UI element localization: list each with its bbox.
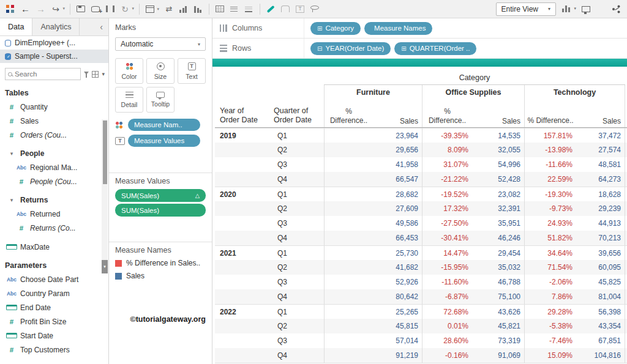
chevron-down-icon[interactable]: ▾ [102,71,105,77]
value-cell[interactable]: -21.22% [422,172,472,187]
mark-button[interactable]: T Text [178,58,206,84]
redo-icon[interactable]: ↪ [51,4,60,15]
value-cell[interactable]: 64,273 [576,172,625,187]
mark-button[interactable]: Size [146,58,175,84]
legend-item[interactable]: Sales [115,272,206,280]
value-cell[interactable]: -15.95% [422,260,472,275]
value-cell[interactable]: 15.09% [524,348,576,363]
value-cell[interactable]: 52,428 [472,172,524,187]
back-icon[interactable]: ← [21,4,30,15]
value-cell[interactable]: 46,246 [472,231,524,245]
value-cell[interactable]: 14.47% [422,246,472,260]
presentation-icon[interactable] [582,6,590,12]
value-cell[interactable]: -11.66% [524,157,576,172]
value-cell[interactable]: 75,100 [472,289,524,304]
view-mode-select[interactable]: Entire View ▾ [496,2,557,16]
value-cell[interactable]: 60,095 [576,260,625,275]
value-cell[interactable] [324,260,373,275]
value-cell[interactable]: 17.32% [422,201,472,216]
parameter-item[interactable]: # Profit Bin Size [0,314,108,329]
shelf-pill[interactable]: ⊞ QUARTER(Order .. [394,42,476,55]
value-cell[interactable]: 35,032 [472,260,524,275]
value-cell[interactable]: 49,586 [373,216,422,231]
shelf-pill[interactable]: ⊟ YEAR(Order Date) [310,42,391,55]
filter-icon[interactable] [84,72,89,75]
value-cell[interactable]: 104,816 [576,348,625,363]
measure-pill[interactable]: SUM(Sales) [115,204,206,217]
datasource-item[interactable]: Sample - Superst... [0,50,108,63]
shelf-pill[interactable]: Measure Values [128,135,200,147]
value-cell[interactable]: 43,354 [576,319,625,333]
value-cell[interactable]: -13.98% [524,143,576,157]
value-cell[interactable]: -0.16% [422,348,472,363]
format-painter-icon[interactable] [281,6,290,12]
value-cell[interactable]: 25,730 [373,246,422,260]
value-cell[interactable]: 29.28% [524,305,576,319]
value-cell[interactable] [324,172,373,187]
field-item[interactable]: Abc Regional Ma... [0,160,108,174]
save-icon[interactable] [77,6,85,12]
parameter-item[interactable]: # Top Customers [0,343,108,357]
legend-item[interactable]: % Difference in Sales.. [115,259,206,267]
share-icon[interactable] [612,5,621,13]
value-cell[interactable]: 70,213 [576,231,625,245]
value-cell[interactable] [324,275,373,289]
pause-updates-icon[interactable] [106,6,115,12]
measure-pill[interactable]: SUM(Sales) △ [115,189,206,202]
pane-tab[interactable]: Data [0,18,32,35]
plus-icon[interactable]: ⊞ [401,45,406,52]
search-input[interactable] [15,70,78,78]
value-cell[interactable]: 73,319 [472,333,524,348]
value-cell[interactable]: -19.30% [524,187,576,201]
plus-icon[interactable]: ⊞ [317,25,322,32]
value-cell[interactable]: 57,014 [373,333,422,348]
field-item[interactable]: ▾ Returns [0,193,108,207]
value-cell[interactable]: 28.60% [422,333,472,348]
value-cell[interactable]: -2.06% [524,275,576,289]
value-cell[interactable]: -9.73% [524,201,576,216]
parameter-item[interactable]: Start Date [0,329,108,343]
value-cell[interactable] [324,231,373,245]
value-cell[interactable]: 54,996 [472,157,524,172]
value-cell[interactable]: 45,821 [472,319,524,333]
value-cell[interactable] [324,289,373,304]
value-cell[interactable]: -19.52% [422,187,472,201]
scrollbar-thumb[interactable] [103,121,107,184]
sort-ascending-icon[interactable] [179,6,188,13]
value-cell[interactable]: 29,656 [373,143,422,157]
annotation-icon[interactable]: T [296,6,304,13]
value-cell[interactable]: 46,788 [472,275,524,289]
field-item[interactable]: # Returns (Co... [0,221,108,235]
value-cell[interactable] [324,216,373,231]
value-cell[interactable]: 66,547 [373,172,422,187]
value-cell[interactable]: 81,004 [576,289,625,304]
value-cell[interactable]: 72.68% [422,305,472,319]
value-cell[interactable]: 157.81% [524,128,576,143]
forward-icon[interactable]: → [36,4,45,15]
field-item[interactable]: ▾ People [0,146,108,160]
shelf-pill[interactable]: Measure Nam.. [128,119,200,131]
tableau-logo-icon[interactable] [6,5,15,13]
value-cell[interactable]: 23,964 [373,128,422,143]
value-cell[interactable]: 18,628 [576,187,625,201]
value-cell[interactable]: 45,825 [576,275,625,289]
value-cell[interactable]: 23,082 [472,187,524,201]
value-cell[interactable]: -11.60% [422,275,472,289]
value-cell[interactable]: 37,472 [576,128,625,143]
value-cell[interactable]: 66,453 [373,231,422,245]
scroll-down-icon[interactable]: ▾ [102,260,108,273]
value-cell[interactable]: 56,398 [576,305,625,319]
value-cell[interactable]: 14,535 [472,128,524,143]
swap-axes-icon[interactable]: ⇄ [165,4,173,15]
value-cell[interactable]: 34.64% [524,246,576,260]
value-cell[interactable]: -6.87% [422,289,472,304]
refresh-icon[interactable]: ↻ [121,4,129,15]
scrollbar[interactable]: ▾ [102,119,108,273]
field-item[interactable]: # Quantity [0,100,108,114]
value-cell[interactable]: 8.09% [422,143,472,157]
value-cell[interactable]: 45,815 [373,319,422,333]
value-cell[interactable]: 0.01% [422,319,472,333]
shelf-pill[interactable]: ⊞ Category [310,22,361,35]
value-cell[interactable]: 43,626 [472,305,524,319]
value-cell[interactable]: 35,951 [472,216,524,231]
